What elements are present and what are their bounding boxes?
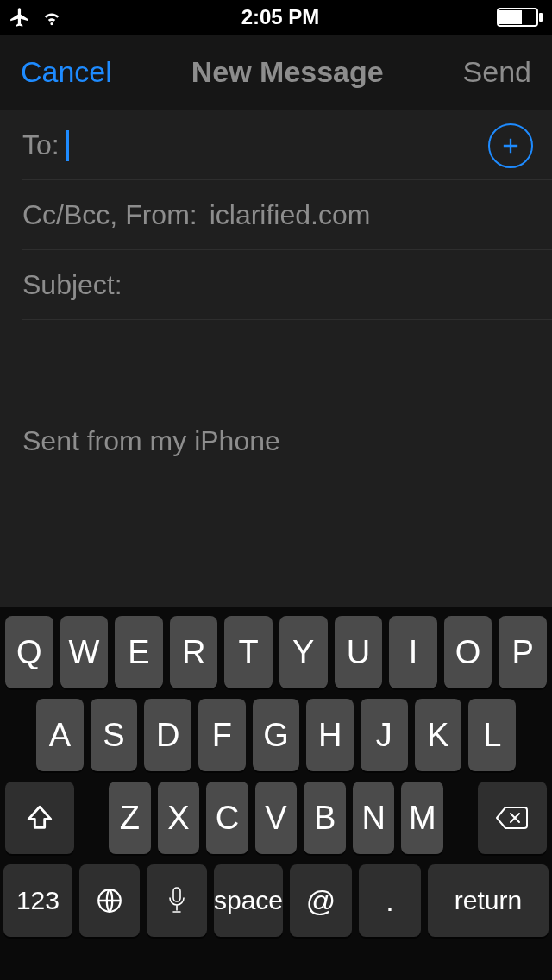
add-contact-button[interactable] — [488, 123, 533, 168]
svg-rect-2 — [539, 13, 543, 22]
key-n[interactable]: N — [353, 782, 395, 854]
shift-icon — [25, 803, 54, 832]
key-a[interactable]: A — [36, 699, 84, 771]
key-z[interactable]: Z — [109, 782, 151, 854]
backspace-icon — [495, 805, 530, 831]
key-c[interactable]: C — [206, 782, 248, 854]
key-shift[interactable] — [5, 782, 74, 854]
key-l[interactable]: L — [468, 699, 516, 771]
screen: 2:05 PM Cancel New Message Send To: Cc/B… — [0, 0, 552, 980]
key-globe[interactable] — [79, 864, 140, 937]
text-cursor — [66, 130, 69, 161]
key-h[interactable]: H — [306, 699, 354, 771]
airplane-mode-icon — [9, 6, 31, 28]
key-i[interactable]: I — [389, 616, 437, 688]
status-bar: 2:05 PM — [0, 0, 552, 35]
key-g[interactable]: G — [253, 699, 300, 771]
to-label: To: — [22, 129, 60, 161]
ccbcc-label: Cc/Bcc, From: — [22, 199, 198, 231]
key-t[interactable]: T — [224, 616, 273, 688]
key-d[interactable]: D — [144, 699, 191, 771]
keyboard: Q W E R T Y U I O P A S D F G H J K L — [0, 607, 552, 980]
keyboard-row-3: Z X C V B N M — [5, 782, 547, 854]
keyboard-row-2: A S D F G H J K L — [5, 699, 547, 771]
key-v[interactable]: V — [255, 782, 298, 854]
key-y[interactable]: Y — [279, 616, 328, 688]
key-f[interactable]: F — [198, 699, 246, 771]
key-w[interactable]: W — [60, 616, 109, 688]
key-q[interactable]: Q — [5, 616, 53, 688]
battery-icon — [497, 8, 543, 27]
key-j[interactable]: J — [361, 699, 408, 771]
page-title: New Message — [191, 55, 384, 89]
from-value: iclarified.com — [210, 199, 371, 231]
key-123[interactable]: 123 — [3, 864, 72, 937]
signature-text: Sent from my iPhone — [22, 425, 530, 457]
compose-form: To: Cc/Bcc, From: iclarified.com Subject… — [0, 110, 552, 320]
ccbcc-row[interactable]: Cc/Bcc, From: iclarified.com — [0, 180, 552, 250]
keyboard-row-4: 123 space @ . return — [5, 864, 547, 937]
key-s[interactable]: S — [91, 699, 138, 771]
status-time: 2:05 PM — [242, 5, 320, 29]
key-at[interactable]: @ — [290, 864, 352, 937]
svg-rect-4 — [173, 888, 180, 901]
keyboard-row-1: Q W E R T Y U I O P — [5, 616, 547, 688]
send-button[interactable]: Send — [463, 55, 531, 89]
key-r[interactable]: R — [170, 616, 218, 688]
key-space[interactable]: space — [214, 864, 283, 937]
key-x[interactable]: X — [158, 782, 200, 854]
key-m[interactable]: M — [401, 782, 443, 854]
key-o[interactable]: O — [444, 616, 492, 688]
nav-bar: Cancel New Message Send — [0, 35, 552, 110]
subject-label: Subject: — [22, 269, 122, 301]
plus-icon — [499, 134, 523, 158]
mic-icon — [166, 886, 187, 915]
key-mic[interactable] — [147, 864, 207, 937]
message-body[interactable]: Sent from my iPhone — [0, 320, 552, 607]
key-k[interactable]: K — [415, 699, 462, 771]
key-return[interactable]: return — [428, 864, 549, 937]
key-p[interactable]: P — [499, 616, 547, 688]
key-b[interactable]: B — [304, 782, 346, 854]
globe-icon — [95, 886, 124, 915]
wifi-icon — [40, 8, 64, 27]
key-u[interactable]: U — [335, 616, 383, 688]
key-backspace[interactable] — [478, 782, 547, 854]
svg-rect-1 — [499, 10, 522, 24]
key-e[interactable]: E — [115, 616, 163, 688]
key-dot[interactable]: . — [359, 864, 421, 937]
status-right — [497, 8, 543, 27]
cancel-button[interactable]: Cancel — [21, 55, 112, 89]
subject-row[interactable]: Subject: — [0, 250, 552, 320]
status-left — [9, 6, 64, 28]
to-row[interactable]: To: — [0, 110, 552, 180]
